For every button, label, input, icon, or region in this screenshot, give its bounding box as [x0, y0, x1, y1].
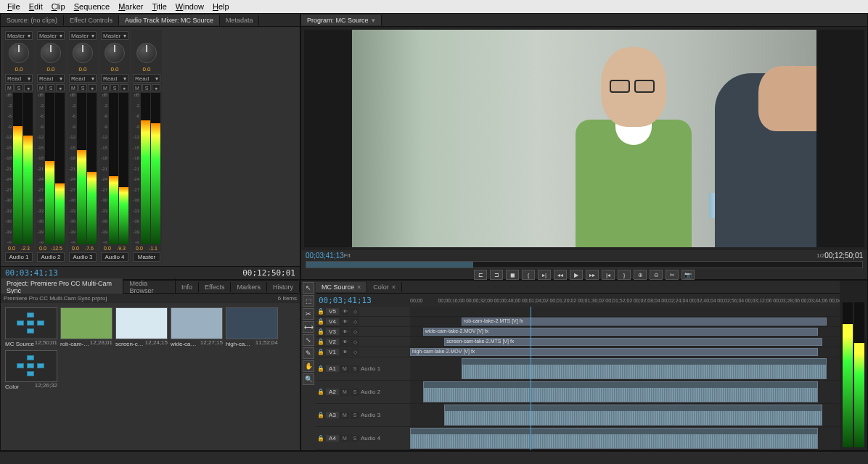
- monitor-tc-left[interactable]: 00;03;41;13: [306, 252, 344, 260]
- track-id[interactable]: A1: [326, 365, 339, 372]
- channel-label[interactable]: Audio 3: [69, 252, 97, 262]
- timeline-ruler[interactable]: 00;0000;00;16;0000;00;32;0000;00;48;0000…: [410, 294, 840, 307]
- transport-button-3[interactable]: {: [522, 270, 535, 280]
- tool-0[interactable]: ↖: [303, 282, 314, 294]
- project-tab[interactable]: Project: Premiere Pro CC Multi-Cam Sync: [1, 278, 123, 296]
- track-id[interactable]: A2: [326, 389, 339, 395]
- video-track-header[interactable]: 🔒V2👁◇: [316, 337, 410, 347]
- record-button[interactable]: ●: [152, 84, 160, 91]
- track-id[interactable]: A3: [326, 412, 339, 418]
- transport-button-6[interactable]: ▶: [570, 270, 583, 280]
- video-track-header[interactable]: 🔒V5👁◇: [316, 307, 410, 317]
- lock-icon[interactable]: 🔒: [317, 412, 324, 419]
- audio-track-row[interactable]: [410, 357, 840, 381]
- project-grid[interactable]: MC Source12;50;01rob-cam-take-2...12;28;…: [1, 303, 300, 450]
- menu-sequence[interactable]: Sequence: [70, 2, 115, 11]
- solo-button[interactable]: S: [15, 84, 23, 91]
- menu-title[interactable]: Title: [147, 2, 171, 11]
- video-track-row[interactable]: screen-cam-take-2.MTS [V] fx: [410, 337, 840, 347]
- video-track-row[interactable]: [410, 307, 840, 317]
- program-tabs[interactable]: Program: MC Source▾: [301, 14, 867, 27]
- timeline-tc[interactable]: 00;03;41;13: [319, 296, 372, 305]
- project-item[interactable]: MC Source12;50;01: [5, 307, 57, 347]
- video-track-header[interactable]: 🔒V4👁◇: [316, 317, 410, 327]
- menu-help[interactable]: Help: [208, 2, 234, 11]
- toggle-icon[interactable]: 👁: [340, 308, 349, 315]
- transport-button-10[interactable]: ⊕: [634, 270, 647, 280]
- track-id[interactable]: V4: [326, 318, 339, 325]
- project-item[interactable]: high-cam-take-2...11;52;04: [226, 307, 278, 347]
- audio-clip[interactable]: [410, 428, 818, 449]
- audio-clip[interactable]: [423, 381, 819, 402]
- mute-icon[interactable]: M: [340, 389, 349, 396]
- solo-button[interactable]: S: [110, 84, 119, 91]
- timeline-content[interactable]: rob-cam-take-2.MTS [V] fxwide-cam-take-2…: [410, 307, 840, 450]
- video-track-header[interactable]: 🔒V1👁◇: [316, 347, 410, 357]
- automation-mode[interactable]: Read▾: [5, 74, 33, 83]
- audio-track-row[interactable]: [410, 427, 840, 450]
- lock-icon[interactable]: 🔒: [317, 308, 324, 315]
- tool-3[interactable]: ⟷: [303, 321, 314, 333]
- lock-icon[interactable]: 🔒: [317, 339, 324, 346]
- transport-button-0[interactable]: ⊏: [474, 270, 487, 280]
- audio-track-header[interactable]: 🔒A3MSAudio 3: [316, 404, 410, 427]
- source-tab[interactable]: Metadata: [220, 15, 260, 25]
- record-button[interactable]: ●: [24, 84, 33, 91]
- project-item[interactable]: rob-cam-take-2...12;28;01: [60, 307, 112, 347]
- channel-output[interactable]: Master▾: [101, 31, 128, 40]
- project-tab[interactable]: Media Browser: [123, 278, 176, 296]
- lock-icon[interactable]: 🔒: [317, 349, 324, 356]
- timeline-tabs[interactable]: MC Source×Color×: [316, 281, 840, 294]
- pan-knob[interactable]: [136, 43, 157, 63]
- channel-label[interactable]: Audio 2: [37, 252, 65, 262]
- transport-button-9[interactable]: }: [618, 270, 631, 280]
- audio-clip[interactable]: [462, 358, 827, 379]
- timeline-tab[interactable]: MC Source×: [316, 282, 367, 292]
- pan-knob[interactable]: [73, 43, 93, 63]
- audio-track-row[interactable]: [410, 381, 840, 404]
- mute-button[interactable]: M: [133, 84, 142, 91]
- pan-value[interactable]: 0.0: [15, 66, 22, 72]
- toggle-icon[interactable]: 👁: [340, 328, 349, 336]
- tool-2[interactable]: ✂: [303, 308, 314, 320]
- transport-button-7[interactable]: ▸▸: [586, 270, 599, 280]
- source-tab[interactable]: Audio Track Mixer: MC Source: [119, 15, 220, 25]
- pan-value[interactable]: 0.0: [110, 66, 118, 72]
- mute-button[interactable]: M: [37, 84, 46, 91]
- track-id[interactable]: V2: [326, 339, 339, 345]
- video-clip[interactable]: wide-cam-take-2.MOV [V] fx: [423, 328, 819, 336]
- mute-button[interactable]: M: [101, 84, 110, 91]
- track-id[interactable]: V5: [326, 308, 339, 315]
- monitor-res[interactable]: 1/2: [816, 252, 824, 259]
- video-track-header[interactable]: 🔒V3👁◇: [316, 327, 410, 337]
- solo-button[interactable]: S: [78, 84, 87, 91]
- tool-4[interactable]: ⤡: [303, 334, 314, 346]
- channel-output[interactable]: Master▾: [5, 31, 33, 40]
- lock-icon[interactable]: 🔒: [317, 435, 324, 442]
- menu-marker[interactable]: Marker: [114, 2, 147, 11]
- track-id[interactable]: V3: [326, 328, 339, 335]
- transport-button-2[interactable]: ◼: [506, 270, 519, 280]
- timeline-tab[interactable]: Color×: [367, 282, 402, 292]
- video-clip[interactable]: rob-cam-take-2.MTS [V] fx: [462, 318, 827, 326]
- monitor-scrubber[interactable]: [306, 261, 863, 268]
- playhead[interactable]: [531, 307, 531, 450]
- transport-button-1[interactable]: ⊐: [490, 270, 503, 280]
- pan-knob[interactable]: [105, 43, 125, 63]
- program-tab[interactable]: Program: MC Source▾: [301, 15, 382, 25]
- video-track-row[interactable]: wide-cam-take-2.MOV [V] fx: [410, 327, 840, 337]
- record-button[interactable]: ●: [120, 84, 128, 91]
- project-tab[interactable]: History: [267, 282, 300, 292]
- channel-output[interactable]: Master▾: [37, 31, 65, 40]
- pan-value[interactable]: 0.0: [142, 66, 150, 72]
- mixer-tc-in[interactable]: 00;03;41;13: [5, 268, 58, 278]
- audio-track-header[interactable]: 🔒A1MSAudio 1: [316, 357, 410, 381]
- transport-button-8[interactable]: |◂: [602, 270, 615, 280]
- solo-icon[interactable]: S: [351, 365, 359, 373]
- project-tab[interactable]: Markers: [231, 282, 267, 292]
- solo-button[interactable]: S: [46, 84, 55, 91]
- transport-button-12[interactable]: ✂: [666, 270, 679, 280]
- automation-mode[interactable]: Read▾: [101, 74, 128, 83]
- lock-icon[interactable]: 🔒: [317, 389, 324, 396]
- record-button[interactable]: ●: [88, 84, 97, 91]
